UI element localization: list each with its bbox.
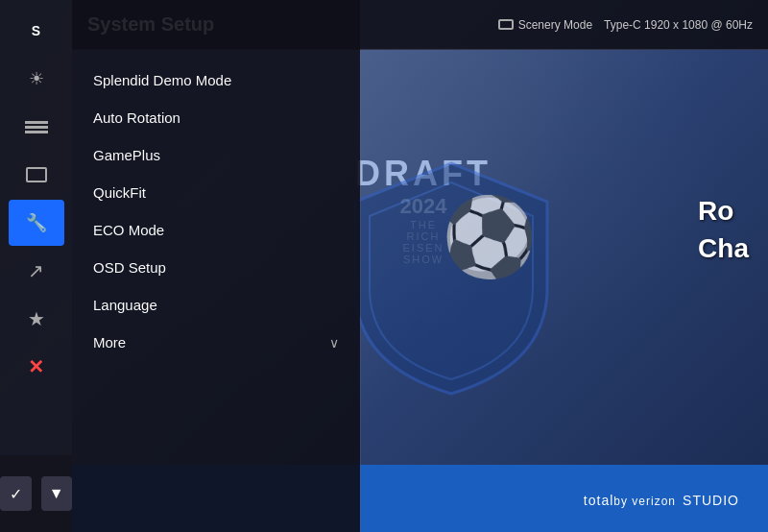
menu-item-language-label: Language [93,297,157,313]
sidebar-item-color[interactable] [9,104,64,150]
favorite-icon: ★ [28,307,45,330]
menu-item-auto-rotation[interactable]: Auto Rotation [72,99,360,136]
menu-item-osd-setup-label: OSD Setup [93,259,166,276]
down-button[interactable]: ▼ [41,476,73,511]
image-icon [26,167,47,182]
sidebar-item-splendid[interactable]: S [9,8,64,54]
menu-item-splendid-demo[interactable]: Splendid Demo Mode [72,61,360,99]
header-info: Scenery Mode Type-C 1920 x 1080 @ 60Hz [498,18,753,32]
brightness-icon: ☀ [29,68,44,89]
sidebar-nav-buttons: ✓ ▼ [0,455,72,532]
system-icon: 🔧 [26,212,47,233]
sidebar-item-brightness[interactable]: ☀ [9,56,64,102]
menu-list: Splendid Demo Mode Auto Rotation GamePlu… [72,50,360,373]
close-icon: ✕ [28,355,44,378]
sidebar-item-favorite[interactable]: ★ [9,296,64,342]
confirm-button[interactable]: ✓ [0,476,32,511]
sidebar: S ☀ 🔧 ↗ ★ [0,0,72,532]
confirm-icon: ✓ [10,485,22,503]
menu-item-more[interactable]: More ∨ [72,324,360,361]
menu-item-osd-setup[interactable]: OSD Setup [72,249,360,286]
menu-item-gameplus-label: GamePlus [93,147,160,163]
splendid-icon: S [32,23,40,38]
down-icon: ▼ [49,485,64,502]
sidebar-item-shortcut[interactable]: ↗ [9,248,64,294]
shortcut-icon: ↗ [28,259,44,282]
menu-item-gameplus[interactable]: GamePlus [72,136,360,174]
menu-item-language[interactable]: Language [72,286,360,324]
menu-item-eco-mode-label: ECO Mode [93,222,164,238]
menu-item-quickfit-label: QuickFit [93,184,146,201]
menu-item-splendid-demo-label: Splendid Demo Mode [93,72,231,88]
monitor-icon [498,19,514,30]
sidebar-item-system[interactable]: 🔧 [9,200,64,246]
menu-item-quickfit[interactable]: QuickFit [72,174,360,211]
scenery-mode-label: Scenery Mode [518,18,592,32]
screen: DRAFT 2024 THE RICH EISEN SHOW ⚽ Ro Cha … [0,0,768,532]
connection-info: Type-C 1920 x 1080 @ 60Hz [604,18,753,32]
scenery-mode-indicator: Scenery Mode [498,18,592,32]
color-icon [25,121,48,133]
sidebar-item-close[interactable]: ✕ [9,344,64,390]
menu-item-auto-rotation-label: Auto Rotation [93,109,180,126]
more-arrow-icon: ∨ [329,335,339,351]
divider-2 [360,50,361,532]
osd-overlay: System Setup Scenery Mode Type-C 1920 x … [0,0,768,532]
menu-item-more-label: More [93,334,126,351]
menu-item-eco-mode[interactable]: ECO Mode [72,211,360,249]
sidebar-item-image[interactable] [9,152,64,198]
